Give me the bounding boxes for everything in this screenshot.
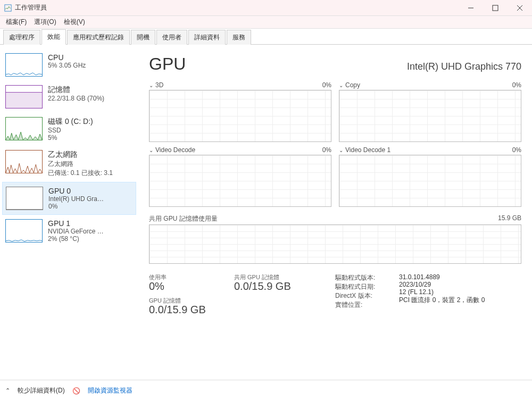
chevron-down-icon: ⌄ <box>339 82 343 88</box>
sidebar-item-cpu[interactable]: CPU 5% 3.05 GHz <box>2 49 136 81</box>
maximize-button[interactable] <box>483 0 508 16</box>
eth-thumb <box>5 150 43 173</box>
engine-vd-label: Video Decode <box>155 146 195 154</box>
shared-gpu-memory-chart: 共用 GPU 記憶體使用量15.9 GB <box>149 214 521 264</box>
tab-startup[interactable]: 開機 <box>131 30 155 45</box>
engine-copy-pct: 0% <box>512 81 521 89</box>
tab-performance[interactable]: 效能 <box>41 29 66 45</box>
driver-date-label: 驅動程式日期: <box>335 282 399 291</box>
dx-label: DirectX 版本: <box>335 291 399 300</box>
engine-video-decode-1[interactable]: ⌄Video Decode 10% <box>339 146 521 207</box>
tab-app-history[interactable]: 應用程式歷程記錄 <box>67 30 130 45</box>
engine-copy-label: Copy <box>345 81 360 89</box>
sidebar-item-memory[interactable]: 記憶體 22.2/31.8 GB (70%) <box>2 81 136 113</box>
loc-label: 實體位置: <box>335 300 399 310</box>
driver-ver-value: 31.0.101.4889 <box>399 273 521 281</box>
chevron-down-icon: ⌄ <box>149 82 153 88</box>
sidebar-item-disk[interactable]: 磁碟 0 (C: D:) SSD 5% <box>2 113 136 146</box>
sidebar-item-ethernet[interactable]: 乙太網路 乙太網路 已傳送: 0.1 已接收: 3.1 <box>2 146 136 182</box>
tabbar: 處理程序 效能 應用程式歷程記錄 開機 使用者 詳細資料 服務 <box>0 29 532 45</box>
dx-value: 12 (FL 12.1) <box>399 288 521 296</box>
open-resource-monitor-link[interactable]: 開啟資源監視器 <box>88 386 132 395</box>
menu-file[interactable]: 檔案(F) <box>2 16 30 28</box>
menu-options[interactable]: 選項(O) <box>30 16 60 28</box>
cpu-title: CPU <box>48 53 86 62</box>
gpu0-sub2: 0% <box>48 203 104 210</box>
page-title: GPU <box>149 54 186 74</box>
tab-details[interactable]: 詳細資料 <box>188 30 226 45</box>
footer: ⌃ 較少詳細資料(D) 🚫 開啟資源監視器 <box>0 380 532 401</box>
engine-3d[interactable]: ⌄3D0% <box>149 81 331 142</box>
sidebar-item-gpu0[interactable]: GPU 0 Intel(R) UHD Gra… 0% <box>2 182 136 215</box>
driver-date-value: 2023/10/29 <box>399 281 521 288</box>
gpu1-sub1: NVIDIA GeForce … <box>48 228 104 235</box>
window-title: 工作管理員 <box>15 3 459 12</box>
tab-users[interactable]: 使用者 <box>156 30 187 45</box>
tab-services[interactable]: 服務 <box>227 30 251 45</box>
chevron-down-icon: ⌄ <box>339 147 343 153</box>
gpu-mem-value: 0.0/15.9 GB <box>149 304 234 316</box>
mem-title: 記憶體 <box>48 85 104 95</box>
engine-vd-pct: 0% <box>322 146 331 154</box>
shared-mem-max: 15.9 GB <box>498 214 521 223</box>
gpu0-title: GPU 0 <box>48 187 104 195</box>
minimize-button[interactable] <box>459 0 483 16</box>
svg-rect-5 <box>6 93 42 108</box>
disk-sub2: 5% <box>48 134 93 141</box>
engine-vd1-label: Video Decode 1 <box>345 146 390 154</box>
eth-title: 乙太網路 <box>48 150 113 160</box>
engine-3d-pct: 0% <box>322 81 331 89</box>
engine-3d-label: 3D <box>155 81 163 89</box>
eth-sub1: 乙太網路 <box>48 160 113 169</box>
chevron-down-icon: ⌄ <box>149 147 153 153</box>
mem-sub: 22.2/31.8 GB (70%) <box>48 95 104 102</box>
gpu1-sub2: 2% (58 °C) <box>48 235 104 243</box>
main-panel: GPU Intel(R) UHD Graphics 770 ⌄3D0% ⌄Cop… <box>138 45 532 380</box>
disk-sub1: SSD <box>48 127 93 134</box>
menubar: 檔案(F) 選項(O) 檢視(V) <box>0 16 532 29</box>
close-button[interactable] <box>508 0 532 16</box>
engine-copy[interactable]: ⌄Copy0% <box>339 81 521 142</box>
loc-value: PCI 匯流排 0，裝置 2，函數 0 <box>399 296 521 305</box>
menu-view[interactable]: 檢視(V) <box>60 16 89 28</box>
cpu-thumb <box>5 53 43 77</box>
disk-thumb <box>5 117 43 140</box>
gpu1-thumb <box>5 219 43 243</box>
task-manager-icon <box>4 4 12 12</box>
gpu1-title: GPU 1 <box>48 219 104 228</box>
gpu-stats: 使用率 0% GPU 記憶體 0.0/15.9 GB 共用 GPU 記憶體 0.… <box>149 273 521 320</box>
gpu0-thumb <box>6 187 43 210</box>
sidebar: CPU 5% 3.05 GHz 記憶體 22.2/31.8 GB (70%) 磁… <box>0 45 138 380</box>
cpu-sub: 5% 3.05 GHz <box>48 62 86 69</box>
eth-sub2: 已傳送: 0.1 已接收: 3.1 <box>48 169 113 178</box>
driver-ver-label: 驅動程式版本: <box>335 273 399 282</box>
svg-rect-2 <box>493 5 498 11</box>
fewer-details-link[interactable]: 較少詳細資料(D) <box>18 386 65 395</box>
gpu0-sub1: Intel(R) UHD Gra… <box>48 195 104 203</box>
tab-processes[interactable]: 處理程序 <box>3 30 40 45</box>
titlebar: 工作管理員 <box>0 0 532 16</box>
shared-mem-label: 共用 GPU 記憶體使用量 <box>149 214 218 223</box>
sidebar-item-gpu1[interactable]: GPU 1 NVIDIA GeForce … 2% (58 °C) <box>2 215 136 247</box>
disk-title: 磁碟 0 (C: D:) <box>48 117 93 127</box>
gpu-model: Intel(R) UHD Graphics 770 <box>407 61 521 72</box>
mem-thumb <box>5 85 43 108</box>
engine-video-decode[interactable]: ⌄Video Decode0% <box>149 146 331 207</box>
engine-vd1-pct: 0% <box>512 146 521 154</box>
chevron-up-icon: ⌃ <box>5 387 10 394</box>
util-value: 0% <box>149 280 234 293</box>
resmon-icon: 🚫 <box>72 387 80 395</box>
shared-mem-stat-value: 0.0/15.9 GB <box>234 280 335 293</box>
